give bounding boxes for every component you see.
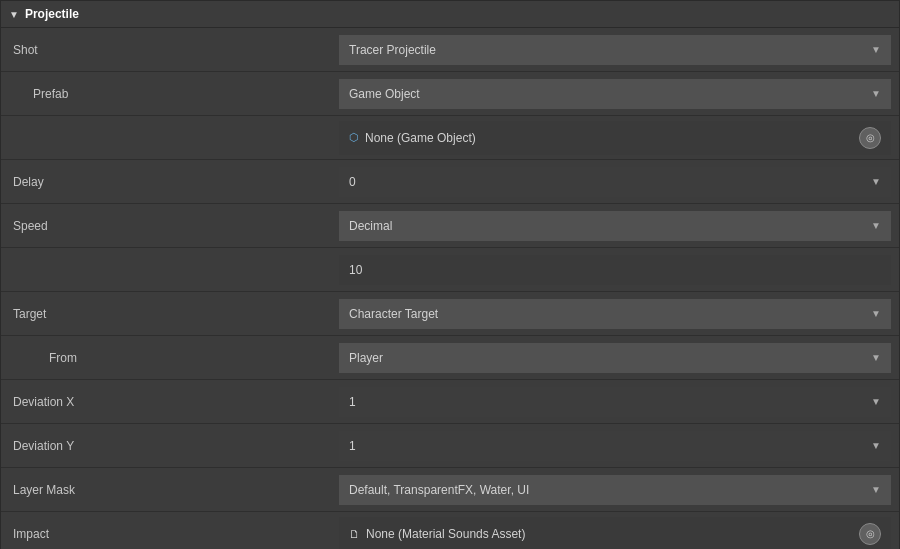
label-prefab: Prefab <box>9 87 339 101</box>
label-layer-mask: Layer Mask <box>9 483 339 497</box>
label-impact: Impact <box>9 527 339 541</box>
object-field-prefab[interactable]: ⬡ None (Game Object) ◎ <box>339 121 891 155</box>
content-speed: Decimal ▼ <box>339 211 891 241</box>
content-impact: 🗋 None (Material Sounds Asset) ◎ <box>339 517 891 550</box>
dropdown-prefab[interactable]: Game Object ▼ <box>339 79 891 109</box>
panel-header: ▼ Projectile <box>1 1 899 28</box>
value-deviation-x-arrow: ▼ <box>871 396 881 407</box>
object-field-prefab-value: None (Game Object) <box>365 131 476 145</box>
dropdown-speed[interactable]: Decimal ▼ <box>339 211 891 241</box>
dropdown-shot-value: Tracer Projectile <box>349 43 436 57</box>
content-deviation-y: 1 ▼ <box>339 431 891 461</box>
dropdown-target[interactable]: Character Target ▼ <box>339 299 891 329</box>
content-layer-mask: Default, TransparentFX, Water, UI ▼ <box>339 475 891 505</box>
content-from: Player ▼ <box>339 343 891 373</box>
value-deviation-x-text: 1 <box>349 395 356 409</box>
dropdown-target-arrow: ▼ <box>871 308 881 319</box>
content-deviation-x: 1 ▼ <box>339 387 891 417</box>
row-prefab-object: ⬡ None (Game Object) ◎ <box>1 116 899 160</box>
value-deviation-x[interactable]: 1 ▼ <box>339 387 891 417</box>
label-shot: Shot <box>9 43 339 57</box>
dropdown-shot-arrow: ▼ <box>871 44 881 55</box>
value-delay-arrow: ▼ <box>871 176 881 187</box>
object-field-prefab-left: ⬡ None (Game Object) <box>349 131 476 145</box>
panel-title: Projectile <box>25 7 79 21</box>
object-field-impact-left: 🗋 None (Material Sounds Asset) <box>349 527 525 541</box>
label-deviation-y: Deviation Y <box>9 439 339 453</box>
content-prefab-object: ⬡ None (Game Object) ◎ <box>339 121 891 155</box>
dropdown-speed-arrow: ▼ <box>871 220 881 231</box>
row-impact: Impact 🗋 None (Material Sounds Asset) ◎ <box>1 512 899 549</box>
dropdown-from[interactable]: Player ▼ <box>339 343 891 373</box>
value-delay-text: 0 <box>349 175 356 189</box>
projectile-panel: ▼ Projectile Shot Tracer Projectile ▼ Pr… <box>0 0 900 549</box>
label-delay: Delay <box>9 175 339 189</box>
content-target: Character Target ▼ <box>339 299 891 329</box>
dropdown-prefab-arrow: ▼ <box>871 88 881 99</box>
dropdown-prefab-value: Game Object <box>349 87 420 101</box>
object-field-impact[interactable]: 🗋 None (Material Sounds Asset) ◎ <box>339 517 891 550</box>
dropdown-layer-mask[interactable]: Default, TransparentFX, Water, UI ▼ <box>339 475 891 505</box>
prefab-object-pick-button[interactable]: ◎ <box>859 127 881 149</box>
object-field-impact-value: None (Material Sounds Asset) <box>366 527 525 541</box>
value-deviation-y-text: 1 <box>349 439 356 453</box>
content-shot: Tracer Projectile ▼ <box>339 35 891 65</box>
row-deviation-y: Deviation Y 1 ▼ <box>1 424 899 468</box>
label-target: Target <box>9 307 339 321</box>
value-deviation-y-arrow: ▼ <box>871 440 881 451</box>
row-delay: Delay 0 ▼ <box>1 160 899 204</box>
cube-icon: ⬡ <box>349 131 359 144</box>
row-speed-value: 10 <box>1 248 899 292</box>
label-deviation-x: Deviation X <box>9 395 339 409</box>
dropdown-from-arrow: ▼ <box>871 352 881 363</box>
speed-value-field[interactable]: 10 <box>339 255 891 285</box>
content-speed-value: 10 <box>339 255 891 285</box>
panel-collapse-icon[interactable]: ▼ <box>9 9 19 20</box>
doc-icon: 🗋 <box>349 528 360 540</box>
row-deviation-x: Deviation X 1 ▼ <box>1 380 899 424</box>
value-deviation-y[interactable]: 1 ▼ <box>339 431 891 461</box>
row-speed: Speed Decimal ▼ <box>1 204 899 248</box>
dropdown-layer-mask-value: Default, TransparentFX, Water, UI <box>349 483 529 497</box>
dropdown-speed-value: Decimal <box>349 219 392 233</box>
label-from: From <box>9 351 339 365</box>
dropdown-shot[interactable]: Tracer Projectile ▼ <box>339 35 891 65</box>
row-shot: Shot Tracer Projectile ▼ <box>1 28 899 72</box>
row-target: Target Character Target ▼ <box>1 292 899 336</box>
content-delay: 0 ▼ <box>339 167 891 197</box>
label-speed: Speed <box>9 219 339 233</box>
impact-pick-button[interactable]: ◎ <box>859 523 881 545</box>
content-prefab: Game Object ▼ <box>339 79 891 109</box>
row-layer-mask: Layer Mask Default, TransparentFX, Water… <box>1 468 899 512</box>
speed-value-text: 10 <box>349 263 362 277</box>
dropdown-target-value: Character Target <box>349 307 438 321</box>
row-from: From Player ▼ <box>1 336 899 380</box>
value-delay[interactable]: 0 ▼ <box>339 167 891 197</box>
dropdown-from-value: Player <box>349 351 383 365</box>
dropdown-layer-mask-arrow: ▼ <box>871 484 881 495</box>
row-prefab: Prefab Game Object ▼ <box>1 72 899 116</box>
